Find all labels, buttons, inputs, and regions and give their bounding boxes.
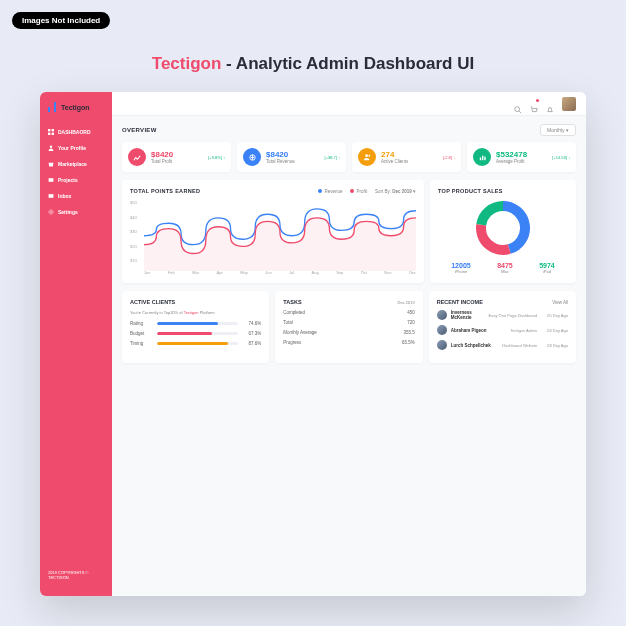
tasks-card: TASKSDec.2019 Completed450Total720Monthl… — [275, 291, 422, 363]
svg-rect-18 — [482, 155, 483, 160]
income-row: Abraham PigeonTectigon Admin04 Day Ago — [437, 325, 568, 335]
stat-average-profit: $532478Average Profit [+14.53] ↑ — [467, 142, 576, 172]
active-clients-note: You're Currently in Top10% of Tectigon P… — [130, 310, 261, 315]
svg-point-11 — [49, 210, 54, 215]
avatar — [437, 340, 447, 350]
svg-rect-5 — [48, 133, 50, 135]
avatar — [437, 310, 447, 320]
nav-settings[interactable]: Settings — [40, 204, 112, 220]
nav: DASHBAORD Your Profile Marketplace Proje… — [40, 124, 112, 564]
income-row: Lurch SchpellchekDashboard Website03 Day… — [437, 340, 568, 350]
task-row: Completed450 — [283, 310, 414, 315]
metric-bar: Timing87.6% — [130, 341, 261, 346]
sidebar: Tectigon DASHBAORD Your Profile Marketpl… — [40, 92, 112, 596]
task-row: Monthly Average355.5 — [283, 330, 414, 335]
view-all-link[interactable]: View All — [552, 300, 568, 305]
svg-point-12 — [515, 106, 520, 111]
topbar — [112, 92, 586, 116]
nav-inbox[interactable]: Inbox — [40, 188, 112, 204]
revenue-icon — [243, 148, 261, 166]
stat-active-clients: 274Active Clients [-2.8] ↓ — [352, 142, 461, 172]
logo-icon — [48, 102, 58, 112]
stat-total-profit: $8420Total Profit [+9.8%] ↑ — [122, 142, 231, 172]
overview-title: OVERVIEW — [122, 127, 157, 133]
app-window: Tectigon DASHBAORD Your Profile Marketpl… — [40, 92, 586, 596]
svg-rect-4 — [52, 129, 54, 131]
donut-chart — [473, 198, 533, 258]
user-avatar[interactable] — [562, 97, 576, 111]
svg-rect-1 — [51, 104, 53, 112]
svg-point-16 — [368, 154, 370, 156]
brand-name: Tectigon — [61, 104, 90, 111]
nav-projects[interactable]: Projects — [40, 172, 112, 188]
profit-icon — [128, 148, 146, 166]
nav-marketplace[interactable]: Marketplace — [40, 156, 112, 172]
svg-point-10 — [50, 211, 52, 213]
donut-item: 12005iPhone — [451, 262, 470, 274]
clients-icon — [358, 148, 376, 166]
svg-rect-8 — [49, 178, 54, 182]
stat-total-revenue: $8420Total Revenue [+38.7] ↑ — [237, 142, 346, 172]
sort-by-select[interactable]: Sort By: Dec 2019 ▾ — [375, 189, 416, 194]
nav-dashboard[interactable]: DASHBAORD — [40, 124, 112, 140]
svg-rect-2 — [54, 102, 56, 112]
line-chart: $50$40$30$20$10 JanFebMarAprMayJunJulAug… — [130, 200, 416, 275]
svg-point-7 — [50, 146, 52, 148]
search-icon[interactable] — [514, 100, 522, 108]
page-title: Tectigon - Analytic Admin Dashboard UI — [0, 54, 626, 74]
svg-rect-17 — [479, 157, 480, 160]
donut-item: 8475Mac — [497, 262, 513, 274]
metric-bar: Budget67.3% — [130, 331, 261, 336]
svg-line-13 — [519, 111, 521, 113]
cart-icon[interactable] — [530, 100, 538, 108]
active-clients-card: ACTIVE CLIENTS You're Currently in Top10… — [122, 291, 269, 363]
chart-legend: Revenue Profit Sort By: Dec 2019 ▾ — [318, 189, 416, 194]
svg-point-15 — [365, 154, 368, 157]
chart-title: TOTAL POINTS EARNED — [130, 188, 200, 194]
images-not-included-badge: Images Not Included — [12, 12, 110, 29]
brand-logo[interactable]: Tectigon — [40, 102, 112, 112]
top-product-card: TOP PRODUCT SALES 12005iPhone8475Mac5974… — [430, 180, 576, 283]
avatar — [437, 325, 447, 335]
task-row: Total720 — [283, 320, 414, 325]
nav-profile[interactable]: Your Profile — [40, 140, 112, 156]
svg-rect-3 — [48, 129, 50, 131]
svg-rect-0 — [48, 107, 50, 112]
period-filter[interactable]: Monthly ▾ — [540, 124, 576, 136]
copyright: 2019 COPYRIGHTS © TECTIGON — [40, 564, 112, 586]
svg-rect-19 — [484, 156, 485, 160]
donut-title: TOP PRODUCT SALES — [438, 188, 568, 194]
income-row: Inverness McKenzieEasy One Page Dashboar… — [437, 310, 568, 320]
task-row: Progress65.5% — [283, 340, 414, 345]
notification-icon[interactable] — [546, 100, 554, 108]
recent-income-card: RECENT INCOMEView All Inverness McKenzie… — [429, 291, 576, 363]
stats-row: $8420Total Profit [+9.8%] ↑ $8420Total R… — [122, 142, 576, 172]
svg-rect-6 — [52, 133, 54, 135]
metric-bar: Rating74.6% — [130, 321, 261, 326]
points-chart-card: TOTAL POINTS EARNED Revenue Profit Sort … — [122, 180, 424, 283]
main: OVERVIEW Monthly ▾ $8420Total Profit [+9… — [112, 92, 586, 596]
donut-item: 5974iPad — [539, 262, 555, 274]
avg-profit-icon — [473, 148, 491, 166]
content: OVERVIEW Monthly ▾ $8420Total Profit [+9… — [112, 116, 586, 596]
